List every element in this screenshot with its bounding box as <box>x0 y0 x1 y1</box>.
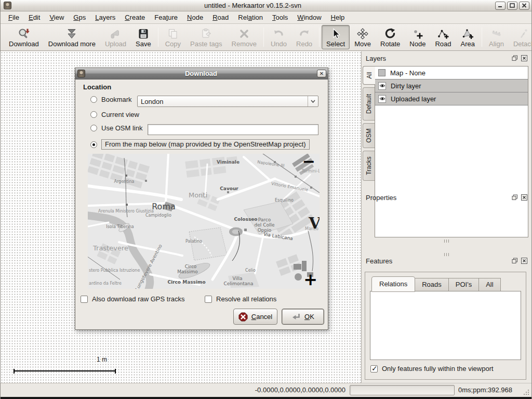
gps-tracks-checkbox[interactable] <box>81 296 88 303</box>
map-label: Isola Tiberina <box>106 224 134 229</box>
map-label: Argentina <box>114 179 134 184</box>
align-icon <box>490 27 502 41</box>
features-tab-poi-s[interactable]: POI's <box>449 278 479 291</box>
bookmark-radio[interactable] <box>90 96 97 103</box>
menu-item-view[interactable]: View <box>45 12 69 23</box>
layers-tab-tracks[interactable]: Tracks <box>363 151 375 181</box>
menubar: FileEditViewGpsLayersCreateFeatureNodeRo… <box>1 11 531 24</box>
toolbar-button-rotate[interactable]: Rotate <box>376 25 405 49</box>
toolbar-button-download[interactable]: Download <box>4 25 44 49</box>
toolbar-button-move[interactable]: Move <box>350 25 376 49</box>
menu-item-tools[interactable]: Tools <box>268 12 292 23</box>
features-list[interactable] <box>370 291 521 360</box>
menu-item-help[interactable]: Help <box>326 12 350 23</box>
current-view-radio[interactable] <box>90 111 97 118</box>
scale-bar <box>14 370 116 371</box>
cancel-button[interactable]: Cancel <box>233 309 277 325</box>
toolbar-button-road[interactable]: Road <box>430 25 456 49</box>
from-map-radio[interactable] <box>90 141 97 148</box>
toolbar-button-save[interactable]: Save <box>131 25 156 49</box>
osm-link-input[interactable] <box>148 124 318 135</box>
layer-swatch[interactable] <box>378 69 385 76</box>
toolbar-button-label: Copy <box>165 40 181 48</box>
current-view-label: Current view <box>101 111 139 118</box>
menu-item-layers[interactable]: Layers <box>90 12 120 23</box>
layer-row-map-none[interactable]: Map - None <box>375 66 528 79</box>
layer-row-dirty-layer[interactable]: Dirty layer <box>375 79 528 92</box>
menu-item-window[interactable]: Window <box>292 12 326 23</box>
close-button[interactable] <box>519 2 529 10</box>
map-zoom-out-button[interactable]: − <box>302 154 315 169</box>
toolbar-button-undo[interactable]: Undo <box>266 25 291 49</box>
map-label: Massimo <box>177 269 198 274</box>
map-label: Colosseo <box>234 217 257 222</box>
resolve-relations-checkbox[interactable] <box>205 296 212 303</box>
bookmark-combobox[interactable]: London <box>137 96 318 107</box>
dialog-map[interactable]: ViminaleNapoleone IIITermini-LaArgentina… <box>88 154 320 289</box>
map-label: Celio <box>245 268 256 273</box>
features-tab-relations[interactable]: Relations <box>371 276 415 292</box>
eye-icon[interactable] <box>378 82 386 90</box>
layers-tab-all[interactable]: All <box>363 66 375 85</box>
map-label: ardino da Feltre <box>89 281 122 286</box>
toolbar-button-label: Align <box>489 40 504 48</box>
resize-grip[interactable] <box>524 390 530 396</box>
menu-item-edit[interactable]: Edit <box>24 12 45 23</box>
layers-list: Map - NoneDirty layerUploaded layer <box>375 66 528 237</box>
layers-tab-label: Default <box>365 94 373 114</box>
toolbar-button-select[interactable]: Select <box>322 25 350 49</box>
menu-item-file[interactable]: File <box>4 12 24 23</box>
toolbar-button-detach[interactable]: Detach <box>509 25 532 49</box>
toolbar-button-upload[interactable]: Upload <box>100 25 131 49</box>
bookmark-combobox-value: London <box>138 98 308 105</box>
viewport-checkbox[interactable] <box>370 365 378 373</box>
maximize-button[interactable] <box>507 2 517 10</box>
layers-float-icon[interactable] <box>512 55 518 61</box>
toolbar-button-label: Select <box>326 40 345 48</box>
layers-tab-osm[interactable]: OSM <box>363 123 375 148</box>
toolbar-button-remove[interactable]: Remove <box>227 25 261 49</box>
toolbar-group: UndoRedo <box>266 25 317 49</box>
toolbar-button-paste-tags[interactable]: Paste tags <box>185 25 227 49</box>
menu-item-node[interactable]: Node <box>182 12 208 23</box>
toolbar-button-node[interactable]: Node <box>405 25 430 49</box>
menu-item-create[interactable]: Create <box>120 12 150 23</box>
toolbar-button-copy[interactable]: Copy <box>161 25 185 49</box>
splitter-handle[interactable] <box>362 253 531 256</box>
toolbar-button-download-more[interactable]: Download more <box>44 25 100 49</box>
toolbar-button-label: Rotate <box>380 40 400 48</box>
menu-item-relation[interactable]: Relation <box>233 12 268 23</box>
menu-item-feature[interactable]: Feature <box>150 12 182 23</box>
toolbar-button-area[interactable]: Area <box>456 25 480 49</box>
toolbar-separator <box>158 28 158 47</box>
toolbar-button-label: Upload <box>105 40 126 48</box>
map-zoom-in-button[interactable]: + <box>303 271 317 288</box>
layers-tab-default[interactable]: Default <box>363 87 375 121</box>
select-icon <box>329 27 342 41</box>
features-float-icon[interactable] <box>512 258 518 264</box>
menu-item-road[interactable]: Road <box>208 12 233 23</box>
layer-row-uploaded-layer[interactable]: Uploaded layer <box>375 92 528 105</box>
redo-icon <box>298 27 311 41</box>
features-tab-all[interactable]: All <box>479 278 500 291</box>
osm-link-radio[interactable] <box>90 125 97 131</box>
map-label: Roma <box>152 202 176 211</box>
menu-item-gps[interactable]: Gps <box>69 12 90 23</box>
splitter-handle[interactable] <box>362 240 531 243</box>
paste-tags-icon <box>200 27 212 41</box>
properties-float-icon[interactable] <box>512 194 518 201</box>
toolbar-button-align[interactable]: Align <box>484 25 509 49</box>
osm-link-label: Use OSM link <box>101 124 142 132</box>
window-bottom-edge <box>1 397 531 399</box>
features-close-icon[interactable] <box>521 258 527 264</box>
dialog-close-button[interactable]: ✕ <box>317 70 326 77</box>
eye-icon[interactable] <box>378 95 386 103</box>
minimize-button[interactable] <box>495 2 506 10</box>
toolbar-button-label: Save <box>136 40 151 48</box>
toolbar-button-redo[interactable]: Redo <box>291 25 317 49</box>
toolbar-button-label: Node <box>409 40 425 48</box>
features-tab-roads[interactable]: Roads <box>415 278 449 291</box>
layers-close-icon[interactable] <box>521 55 527 61</box>
ok-button[interactable]: OK <box>282 309 324 325</box>
properties-close-icon[interactable] <box>521 194 527 201</box>
